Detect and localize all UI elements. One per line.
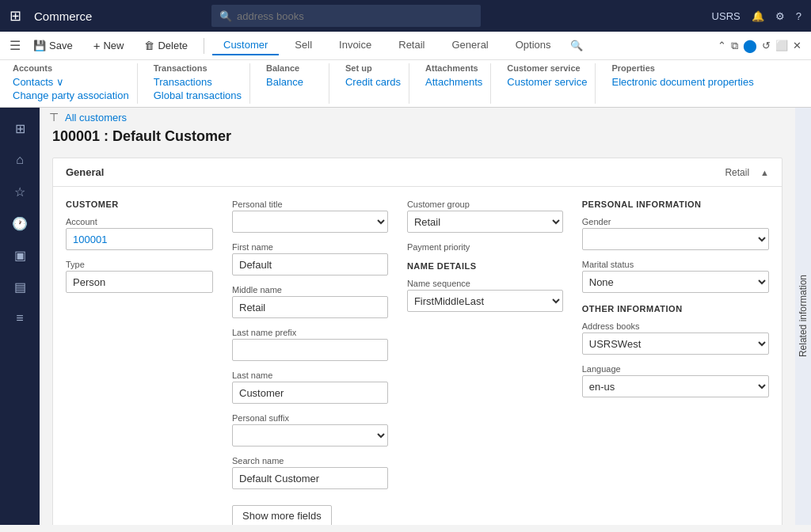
new-icon: + [93,39,101,52]
marital-status-select[interactable]: None [582,271,769,293]
personal-title-select[interactable] [232,211,388,233]
ribbon-icon-4[interactable]: ⬜ [775,40,788,51]
delete-button[interactable]: 🗑 Delete [136,36,196,55]
electronic-doc-link[interactable]: Electronic document properties [611,76,753,88]
ribbon-icon-1[interactable]: ⧉ [731,40,738,52]
last-name-prefix-input[interactable] [232,339,388,361]
customer-col: CUSTOMER Account Type [66,200,213,525]
payment-priority-field: Payment priority [407,242,563,252]
right-panel-label: Related information [796,268,810,363]
last-name-input[interactable] [232,382,388,404]
show-more-button[interactable]: Show more fields [232,505,332,525]
search-name-label: Search name [232,456,388,466]
help-icon[interactable]: ? [796,10,801,22]
main-layout: ⊞ ⌂ ☆ 🕐 ▣ ▤ ≡ ⊤ All customers 100001 : D… [0,108,811,525]
group-transactions-label: Transactions [154,63,242,73]
settings-icon[interactable]: ⚙ [775,10,785,22]
nav-star-icon[interactable]: ☆ [6,177,34,206]
name-details-title: NAME DETAILS [407,261,563,271]
right-panel[interactable]: Related information [795,108,811,525]
group-setup-label: Set up [345,63,401,73]
credit-cards-link[interactable]: Credit cards [345,76,401,88]
middle-name-label: Middle name [232,285,388,294]
delete-icon: 🗑 [144,40,154,51]
filter-icon[interactable]: ⊤ [49,111,59,124]
group-properties-items: Electronic document properties [611,76,753,88]
group-cs-items: Customer service [507,76,587,88]
contacts-link[interactable]: Contacts ∨ [13,76,129,88]
tab-sell[interactable]: Sell [284,36,323,55]
nav-clock-icon[interactable]: 🕐 [6,209,34,238]
group-accounts-label: Accounts [13,63,129,73]
ribbon-icon-2[interactable]: ⬤ [743,38,757,53]
attachments-link[interactable]: Attachments [425,76,482,88]
address-books-field: Address books USRSWest [582,321,769,355]
personal-title-field: Personal title [232,200,388,233]
last-name-prefix-label: Last name prefix [232,328,388,337]
search-ribbon-icon[interactable]: 🔍 [570,40,583,51]
save-button[interactable]: 💾 Save [25,36,81,55]
top-bar: ⊞ Commerce 🔍 USRS 🔔 ⚙ ? [0,0,811,32]
search-bar[interactable]: 🔍 [211,5,481,27]
ribbon-group-balance: Balance Balance [266,63,329,104]
search-input[interactable] [237,10,473,22]
collapse-up-icon[interactable]: ▲ [760,168,769,177]
payment-priority-label: Payment priority [407,242,563,252]
group-col: Customer group Retail Payment priority N… [407,200,563,525]
change-party-link[interactable]: Change party association [13,89,129,101]
general-section-header[interactable]: General Retail ▲ [53,158,782,187]
gender-select[interactable] [582,228,769,250]
name-sequence-select[interactable]: FirstMiddleLast [407,290,563,312]
middle-name-input[interactable] [232,296,388,318]
first-name-input[interactable] [232,253,388,276]
app-title: Commerce [34,10,92,23]
group-accounts-items: Contacts ∨ Change party association [13,76,129,101]
grid-icon[interactable]: ⊞ [10,7,21,25]
ribbon-group-attachments: Attachments Attachments [425,63,491,104]
tab-customer[interactable]: Customer [212,36,279,55]
tab-retail[interactable]: Retail [387,36,436,55]
left-nav: ⊞ ⌂ ☆ 🕐 ▣ ▤ ≡ [0,108,40,525]
nav-menu-icon[interactable]: ≡ [6,304,34,332]
global-transactions-link[interactable]: Global transactions [154,89,242,101]
nav-card-icon[interactable]: ▣ [6,241,34,269]
type-input[interactable] [66,271,213,293]
account-input[interactable] [66,228,213,250]
customer-group-label: Customer group [407,200,563,209]
nav-layers-icon[interactable]: ▤ [6,272,34,301]
bell-icon[interactable]: 🔔 [752,10,764,22]
search-name-input[interactable] [232,467,388,489]
last-name-label: Last name [232,370,388,380]
gender-field: Gender [582,217,769,250]
account-label: Account [66,217,213,226]
language-select[interactable]: en-us [582,375,769,397]
address-books-select[interactable]: USRSWest [582,332,769,355]
last-name-field: Last name [232,370,388,404]
nav-home-icon[interactable]: ⌂ [6,146,34,174]
type-field: Type [66,260,213,293]
nav-grid-icon[interactable]: ⊞ [6,114,34,142]
transactions-link[interactable]: Transactions [154,76,242,88]
balance-link[interactable]: Balance [266,76,321,88]
hamburger-icon[interactable]: ☰ [10,38,21,53]
language-field: Language en-us [582,364,769,397]
customer-service-link[interactable]: Customer service [507,76,587,88]
customer-group-select[interactable]: Retail [407,211,563,233]
personal-suffix-select[interactable] [232,424,388,446]
new-button[interactable]: + New [86,36,132,55]
group-balance-label: Balance [266,63,321,73]
breadcrumb[interactable]: All customers [65,112,127,124]
search-name-field: Search name [232,456,388,489]
ribbon-group-customer-service: Customer service Customer service [507,63,596,104]
content-area: ⊤ All customers 100001 : Default Custome… [40,108,795,525]
top-collapse-icon[interactable]: ⌃ [718,40,726,51]
ribbon-icon-3[interactable]: ↺ [762,40,771,51]
tab-options[interactable]: Options [504,36,562,55]
first-name-label: First name [232,242,388,252]
close-icon[interactable]: ✕ [793,40,801,51]
type-label: Type [66,260,213,269]
marital-status-field: Marital status None [582,260,769,293]
tab-general[interactable]: General [441,36,500,55]
personal-suffix-label: Personal suffix [232,413,388,423]
tab-invoice[interactable]: Invoice [328,36,383,55]
